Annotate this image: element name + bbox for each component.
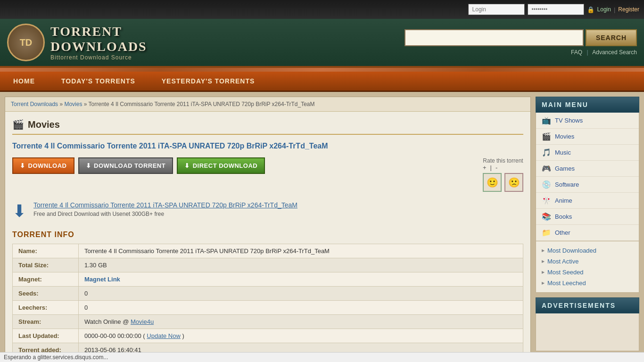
leather-divider — [0, 68, 644, 72]
search-row: SEARCH — [405, 29, 637, 46]
page-title-row: 🎬 Movies — [12, 119, 523, 135]
password-input[interactable] — [528, 4, 584, 15]
direct-download-button[interactable]: ⬇ DIRECT DOWNLOAD — [177, 157, 265, 174]
sidebar-most-active[interactable]: Most Active — [542, 256, 633, 267]
nav-home[interactable]: HOME — [0, 72, 48, 90]
top-bar: 🔒 Login | Register — [0, 0, 644, 19]
table-row: Seeds: 0 — [13, 287, 523, 301]
music-icon: 🎵 — [542, 148, 551, 157]
download-arrow-icon: ⬇ — [12, 201, 26, 221]
rate-row: + | - — [483, 164, 523, 171]
table-row: Total Size: 1.30 GB — [13, 258, 523, 272]
sidebar-sub-section: Most Downloaded Most Active Most Seeded … — [536, 241, 639, 293]
update-now-link[interactable]: Update Now — [147, 332, 181, 339]
direct-icon: ⬇ — [184, 162, 190, 169]
books-icon: 📚 — [542, 212, 551, 221]
table-row: Stream: Watch Online @ Movie4u — [13, 315, 523, 329]
anime-icon: 🎌 — [542, 196, 551, 205]
register-button[interactable]: Register — [618, 6, 639, 13]
site-title-line1: TORRENT — [50, 24, 147, 39]
movies-icon: 🎬 — [12, 119, 24, 130]
seeds-label: Seeds: — [13, 287, 79, 301]
magnet-label: Magnet: — [13, 272, 79, 287]
sidebar-label-books: Books — [555, 213, 572, 220]
login-button[interactable]: Login — [597, 6, 611, 13]
sidebar-main-menu-body: 📺 TV Shows 🎬 Movies 🎵 Music 🎮 Games 💿 — [536, 113, 639, 241]
login-input[interactable] — [468, 4, 525, 15]
breadcrumb: Torrent Downloads » Movies » Torrente 4 … — [5, 97, 530, 112]
sidebar-label-tvshows: TV Shows — [555, 117, 583, 124]
search-area: SEARCH FAQ | Advanced Search — [405, 29, 637, 56]
games-icon: 🎮 — [542, 164, 551, 173]
sidebar-main-menu: MAIN MENU 📺 TV Shows 🎬 Movies 🎵 Music 🎮 … — [536, 97, 639, 293]
rate-happy-button[interactable]: 🙂 — [483, 173, 502, 192]
sidebar-item-other[interactable]: 📁 Other — [536, 225, 639, 241]
sidebar-main-menu-header: MAIN MENU — [536, 97, 639, 113]
torrent-title: Torrente 4 Il Commissario Torrente 2011 … — [12, 142, 523, 150]
usenet-section: ⬇ Torrente 4 Il Commissario Torrente 201… — [12, 201, 523, 221]
stream-link[interactable]: Movie4u — [131, 318, 154, 325]
search-links: FAQ | Advanced Search — [571, 49, 637, 56]
rate-plus: + — [483, 164, 487, 171]
sidebar-item-books[interactable]: 📚 Books — [536, 209, 639, 225]
page-body: 🎬 Movies Torrente 4 Il Commissario Torre… — [5, 112, 530, 362]
sidebar-ads-header: ADVERTISEMENTS — [536, 297, 639, 313]
sidebar-item-tvshows[interactable]: 📺 TV Shows — [536, 113, 639, 129]
search-button[interactable]: SEARCH — [586, 29, 637, 46]
sidebar-most-leeched[interactable]: Most Leeched — [542, 278, 633, 288]
size-value: 1.30 GB — [79, 258, 523, 272]
torrent-info-title: TORRENT INFO — [12, 230, 523, 239]
search-input[interactable] — [405, 29, 584, 46]
size-label: Total Size: — [13, 258, 79, 272]
sidebar-item-software[interactable]: 💿 Software — [536, 177, 639, 193]
rate-section: Rate this torrent + | - 🙂 🙁 — [483, 157, 523, 192]
nav-todays[interactable]: TODAY'S TORRENTS — [48, 72, 149, 90]
updated-label: Last Updated: — [13, 329, 79, 343]
rate-sep: | — [490, 164, 492, 171]
sidebar-most-downloaded[interactable]: Most Downloaded — [542, 245, 633, 256]
sidebar-most-seeded[interactable]: Most Seeded — [542, 267, 633, 278]
faq-link[interactable]: FAQ — [571, 49, 582, 56]
seeds-value: 0 — [79, 287, 523, 301]
info-table: Name: Torrente 4 Il Commissario Torrente… — [12, 244, 523, 362]
usenet-link[interactable]: Torrente 4 Il Commissario Torrente 2011 … — [33, 201, 297, 209]
content-wrapper: Torrent Downloads » Movies » Torrente 4 … — [0, 92, 644, 362]
sidebar: MAIN MENU 📺 TV Shows 🎬 Movies 🎵 Music 🎮 … — [536, 97, 639, 362]
leechers-label: Leechers: — [13, 301, 79, 315]
advanced-search-link[interactable]: Advanced Search — [592, 49, 637, 56]
page-title: Movies — [28, 119, 60, 130]
sidebar-label-other: Other — [555, 229, 570, 236]
sidebar-item-movies[interactable]: 🎬 Movies — [536, 129, 639, 145]
name-value: Torrente 4 Il Commissario Torrente 2011 … — [79, 244, 523, 258]
leechers-value: 0 — [79, 301, 523, 315]
site-title-line2: DOWNLOADS — [50, 39, 147, 54]
nav-yesterdays[interactable]: YESTERDAY'S TORRENTS — [149, 72, 268, 90]
table-row: Name: Torrente 4 Il Commissario Torrente… — [13, 244, 523, 258]
download-torrent-button[interactable]: ⬇ DOWNLOAD TORRENT — [78, 157, 173, 174]
sidebar-label-music: Music — [555, 149, 571, 156]
breadcrumb-current: Torrente 4 Il Commissario Torrente 2011 … — [89, 101, 315, 107]
sidebar-item-games[interactable]: 🎮 Games — [536, 161, 639, 177]
sidebar-item-anime[interactable]: 🎌 Anime — [536, 193, 639, 209]
download-button[interactable]: ⬇ DOWNLOAD — [12, 157, 74, 174]
sidebar-item-music[interactable]: 🎵 Music — [536, 145, 639, 161]
breadcrumb-home[interactable]: Torrent Downloads — [11, 101, 58, 107]
header: TD TORRENT DOWNLOADS Bittorrent Download… — [0, 19, 644, 68]
logo-icon: TD — [7, 24, 45, 61]
sidebar-label-movies: Movies — [555, 133, 574, 140]
sep: | — [614, 6, 615, 13]
sidebar-label-games: Games — [555, 165, 575, 172]
magnet-link[interactable]: Magnet Link — [84, 276, 120, 283]
other-icon: 📁 — [542, 228, 551, 237]
table-row: Last Updated: 0000-00-00 00:00:00 ( Upda… — [13, 329, 523, 343]
rate-minus: - — [495, 164, 497, 171]
breadcrumb-movies[interactable]: Movies — [64, 101, 82, 107]
stream-label: Stream: — [13, 315, 79, 329]
logo-area: TD TORRENT DOWNLOADS Bittorrent Download… — [7, 24, 147, 61]
site-subtitle: Bittorrent Download Source — [50, 54, 147, 61]
rate-label: Rate this torrent — [483, 157, 523, 164]
rate-sad-button[interactable]: 🙁 — [504, 173, 523, 192]
sidebar-label-anime: Anime — [555, 197, 572, 204]
name-label: Name: — [13, 244, 79, 258]
sidebar-ads-body — [536, 313, 639, 351]
